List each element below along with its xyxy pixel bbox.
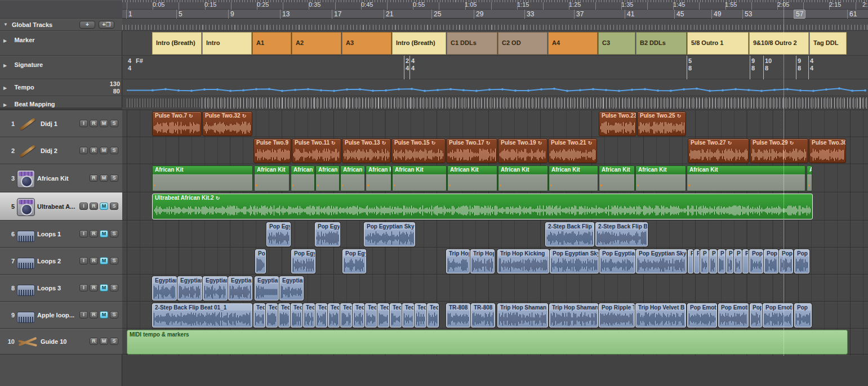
time-ruler[interactable]: 0:050:150:250:350:450:551:051:151:251:35…	[0, 0, 868, 10]
mute-button[interactable]: M	[100, 311, 108, 318]
region[interactable]: Egyptian	[255, 276, 279, 300]
record-enable-button[interactable]: R	[90, 147, 98, 154]
marker-lane-header[interactable]: ▶ Marker	[0, 31, 122, 56]
record-enable-button[interactable]: R	[90, 338, 98, 345]
solo-button[interactable]: S	[110, 147, 118, 154]
track-name[interactable]: Loops 3	[37, 285, 79, 291]
add-global-track-button[interactable]: +	[79, 21, 95, 29]
region[interactable]: Pop Egy	[342, 249, 366, 273]
disclosure-closed-icon[interactable]: ▶	[3, 38, 9, 43]
signature-item[interactable]: 4 4	[810, 57, 813, 72]
region[interactable]: Trip Hop Velvet B	[635, 303, 686, 327]
region[interactable]: Tec	[402, 303, 414, 327]
region[interactable]: Tec	[303, 303, 315, 327]
record-enable-button[interactable]: R	[90, 230, 98, 237]
solo-button[interactable]: S	[110, 174, 118, 182]
marker-region[interactable]: C2 OD	[498, 32, 547, 55]
region[interactable]: Pop Emoti	[763, 303, 793, 327]
region[interactable]: African Kit	[291, 165, 315, 191]
track-name[interactable]: Guide 10	[41, 338, 90, 345]
region[interactable]: Tec	[291, 303, 302, 327]
region[interactable]: African Kit	[635, 165, 686, 191]
solo-button[interactable]: S	[110, 120, 118, 127]
region[interactable]: Pulse Two.30	[809, 138, 846, 163]
marker-region[interactable]: Intro (Breath)	[152, 32, 202, 55]
tempo-lane-header[interactable]: ▶ Tempo 130 80	[0, 79, 122, 96]
disclosure-open-icon[interactable]: ▼	[3, 22, 9, 27]
input-monitor-button[interactable]: I	[79, 147, 88, 154]
global-tracks-header[interactable]: ▼ Global Tracks + +❐	[0, 19, 122, 31]
marker-region[interactable]: 9&10/8 Outro 2	[749, 32, 809, 55]
region[interactable]: Pulse Two.23	[599, 111, 636, 136]
region[interactable]: P	[688, 249, 693, 273]
region[interactable]: African Kit	[599, 165, 635, 191]
disclosure-closed-icon[interactable]: ▶	[3, 63, 9, 68]
region[interactable]: Trip Hop Kicking	[497, 249, 549, 273]
region[interactable]: Pop Egyptian Sky	[550, 249, 599, 273]
region[interactable]: Pop Egy	[315, 222, 340, 246]
region[interactable]: Pulse Two.27↻	[688, 138, 749, 163]
region[interactable]: African Kit	[687, 165, 805, 191]
track-header-didj-2[interactable]: 2Didj 2IRMS	[0, 137, 122, 164]
record-enable-button[interactable]: R	[90, 284, 98, 291]
track-header-loops-1[interactable]: 6Loops 1IRMS	[0, 221, 122, 248]
region[interactable]: 2-Step Back Flip Beat 01_1	[152, 303, 252, 327]
region[interactable]: Pop Egy	[291, 249, 315, 273]
input-monitor-button[interactable]: I	[79, 311, 88, 318]
marker-region[interactable]: B2 DDLs	[636, 32, 687, 55]
solo-button[interactable]: S	[110, 203, 118, 210]
input-monitor-button[interactable]: I	[79, 230, 88, 237]
region[interactable]: Pop	[794, 303, 812, 327]
track-name[interactable]: Loops 1	[37, 231, 79, 237]
region[interactable]: Pop	[794, 249, 809, 273]
region[interactable]: Tec	[427, 303, 439, 327]
marker-region[interactable]: Intro (Breath)	[392, 32, 446, 55]
region[interactable]: Egyptian	[177, 276, 202, 300]
region[interactable]: Tec	[377, 303, 389, 327]
region[interactable]: Tec	[353, 303, 364, 327]
region[interactable]: Pop Egy	[266, 222, 291, 246]
add-global-track-set-button[interactable]: +❐	[99, 21, 114, 29]
signature-lane-header[interactable]: ▶ Signature	[0, 56, 122, 79]
region[interactable]: African Kit	[340, 165, 365, 191]
region[interactable]: Pop Emoti	[718, 303, 749, 327]
track-header-loops-3[interactable]: 8Loops 3IRMS	[0, 275, 122, 302]
signature-item[interactable]: 2 4	[406, 57, 409, 72]
track-name[interactable]: Didj 1	[41, 120, 79, 127]
signature-item[interactable]: 9 8	[751, 57, 755, 72]
region[interactable]: Tec	[266, 303, 278, 327]
input-monitor-button[interactable]: I	[79, 203, 88, 210]
solo-button[interactable]: S	[110, 338, 118, 345]
region[interactable]: Pop Egyptian Sky	[364, 222, 415, 246]
input-monitor-button[interactable]: I	[79, 284, 88, 291]
region[interactable]: African Kit	[315, 165, 340, 191]
region[interactable]: MIDI tempo & markers	[127, 330, 848, 354]
region[interactable]: P	[726, 249, 733, 273]
key-signature[interactable]: F#	[136, 57, 143, 64]
region[interactable]: 2-Step Back Flip B	[595, 222, 648, 246]
track-name[interactable]: Loops 2	[37, 258, 79, 264]
mute-button[interactable]: M	[100, 203, 108, 210]
mute-button[interactable]: M	[100, 174, 108, 182]
region[interactable]: Pop	[750, 303, 762, 327]
region[interactable]: Egyptian	[279, 276, 304, 300]
region[interactable]: Egyptian	[203, 276, 228, 300]
marker-region[interactable]: C3	[598, 32, 635, 55]
bar-ruler[interactable]: 15913172125293337414549535761	[0, 10, 868, 19]
region[interactable]: Pop Egyptian Sky	[636, 249, 687, 273]
region[interactable]: Egyptian	[152, 276, 177, 300]
track-name[interactable]: Apple loop...	[37, 312, 79, 318]
track-header-ultrabeat-a-[interactable]: 5Ultrabeat A...IRMS	[0, 192, 122, 221]
mute-button[interactable]: M	[100, 338, 108, 345]
region[interactable]: Pulse Two.32↻	[202, 111, 252, 136]
region[interactable]: Pop	[255, 249, 266, 273]
region[interactable]: African Kit	[392, 165, 447, 191]
solo-button[interactable]: S	[110, 230, 118, 237]
region[interactable]: Pulse Two.15↻	[391, 138, 446, 163]
region[interactable]: P	[709, 249, 717, 273]
region[interactable]: Tec	[340, 303, 352, 327]
track-header-loops-2[interactable]: 7Loops 2IRMS	[0, 248, 122, 275]
region[interactable]: Tec	[315, 303, 327, 327]
track-header-african-kit[interactable]: 3African KitRMS	[0, 164, 122, 192]
signature-item[interactable]: 5 8	[688, 57, 692, 72]
